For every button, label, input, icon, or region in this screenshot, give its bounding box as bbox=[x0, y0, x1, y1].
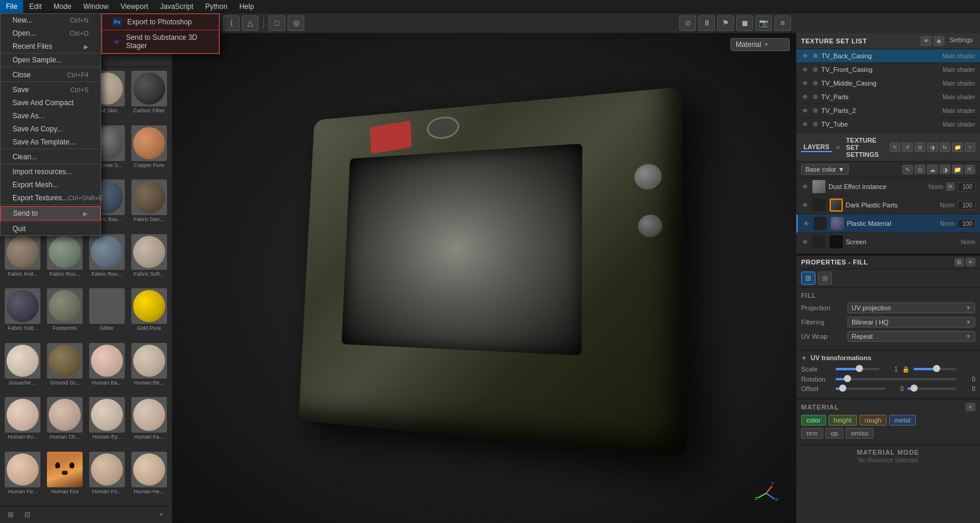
menu-save-as-copy[interactable]: Save As Copy... bbox=[1, 122, 100, 136]
menu-edit[interactable]: Edit bbox=[23, 0, 48, 13]
asset-human-fo2[interactable]: Human Fo... bbox=[87, 450, 128, 504]
menu-quit[interactable]: Quit bbox=[1, 222, 100, 235]
projection-dropdown[interactable]: UV projection ▼ bbox=[847, 303, 975, 313]
menu-window[interactable]: Window bbox=[77, 0, 115, 13]
ch-icon-6[interactable]: ⇱ bbox=[965, 165, 975, 174]
viewport[interactable]: Material ▼ X bbox=[172, 33, 796, 523]
ch-icon-1[interactable]: ✎ bbox=[902, 165, 913, 174]
ts-visibility-icon[interactable]: 👁 bbox=[801, 52, 809, 60]
texture-set-settings-tab[interactable]: TEXTURE SET SETTINGS bbox=[844, 136, 886, 159]
ts-visibility-icon[interactable]: 👁 bbox=[801, 65, 809, 74]
layer-visibility-icon[interactable]: 👁 bbox=[801, 182, 809, 191]
mat-metal-btn[interactable]: metal bbox=[889, 415, 916, 426]
scale-slider-2[interactable] bbox=[913, 368, 957, 370]
material-dropdown[interactable]: Material ▼ bbox=[730, 38, 790, 51]
layer-pencil-icon[interactable]: ✎ bbox=[890, 143, 900, 152]
asset-carbon-fiber[interactable]: Carbon Fiber bbox=[128, 70, 169, 123]
layer-opacity-box[interactable]: 100 bbox=[957, 201, 975, 210]
menu-close[interactable]: Close Ctrl+F4 bbox=[1, 68, 100, 82]
bottom-icon-1[interactable]: ⊞ bbox=[5, 509, 17, 521]
prop-expand-icon[interactable]: ⊞ bbox=[954, 258, 964, 266]
mat-nrm-btn[interactable]: nrm bbox=[801, 428, 823, 439]
ch-icon-5[interactable]: 📁 bbox=[952, 165, 963, 174]
layer-opacity-box[interactable]: 100 bbox=[957, 219, 975, 228]
layers-close-btn[interactable]: ✕ bbox=[836, 143, 840, 152]
toolbar-camera-btn[interactable]: 📷 bbox=[755, 15, 772, 31]
layer-plastic-material[interactable]: 👁 Plastic Material Norm 100 bbox=[796, 215, 980, 233]
menu-file[interactable]: File bbox=[0, 0, 23, 13]
menu-recent-files[interactable]: Recent Files ▶ bbox=[1, 40, 100, 53]
layers-tab[interactable]: LAYERS bbox=[801, 143, 832, 152]
offset-slider-2[interactable] bbox=[907, 387, 957, 390]
menu-clean[interactable]: Clean... bbox=[1, 150, 100, 164]
bottom-icon-2[interactable]: ⊟ bbox=[21, 509, 33, 521]
mat-color-btn[interactable]: color bbox=[801, 415, 826, 426]
layer-visibility-icon[interactable]: 👁 bbox=[801, 238, 809, 246]
ts-visibility-icon[interactable]: 👁 bbox=[801, 106, 809, 115]
texture-set-parts[interactable]: 👁 TV_Parts Main shader bbox=[796, 90, 980, 104]
texture-set-middle-casing[interactable]: 👁 TV_Middle_Casing Main shader bbox=[796, 77, 980, 90]
asset-human-ba[interactable]: Human Ba... bbox=[87, 342, 128, 395]
asset-copper-pure[interactable]: Copper Pure bbox=[128, 124, 169, 178]
menu-viewport[interactable]: Viewport bbox=[115, 0, 154, 13]
asset-fabric-den[interactable]: Fabric Den... bbox=[128, 178, 169, 232]
offset-slider-1[interactable] bbox=[836, 387, 886, 390]
scale-slider-thumb-2[interactable] bbox=[933, 365, 940, 372]
uv-collapse-icon[interactable]: ▼ bbox=[801, 355, 808, 361]
ch-icon-3[interactable]: ☁ bbox=[927, 165, 938, 174]
menu-save-as[interactable]: Save As... bbox=[1, 109, 100, 122]
menu-mode[interactable]: Mode bbox=[48, 0, 77, 13]
menu-open-sample[interactable]: Open Sample... bbox=[1, 53, 100, 67]
asset-human-he[interactable]: Human He... bbox=[128, 450, 169, 504]
rotation-slider-thumb[interactable] bbox=[844, 375, 851, 382]
lock-icon[interactable]: 🔒 bbox=[902, 365, 910, 373]
layer-add-icon[interactable]: + bbox=[965, 143, 975, 152]
ts-visibility-icon[interactable]: 👁 bbox=[801, 79, 809, 87]
channel-dropdown[interactable]: Base color ▼ bbox=[801, 164, 849, 175]
layer-refresh-icon[interactable]: ↺ bbox=[902, 143, 913, 152]
uvwrap-dropdown[interactable]: Repeat ▼ bbox=[847, 331, 975, 342]
filtering-dropdown[interactable]: Bilinear | HQ ▼ bbox=[847, 317, 975, 327]
mat-emiss-btn[interactable]: emiss bbox=[846, 428, 874, 439]
asset-human-fox[interactable]: Human Fox bbox=[45, 450, 86, 504]
layer-dust-effect[interactable]: 👁 Dust Effect instance Norm ⧉ 100 bbox=[796, 178, 980, 196]
asset-human-be[interactable]: Human Be... bbox=[128, 342, 169, 395]
prop-view-texture-tab[interactable]: ⊞ bbox=[801, 272, 815, 285]
scale-slider-1[interactable] bbox=[836, 368, 880, 370]
layer-opacity-box[interactable]: 100 bbox=[957, 182, 975, 191]
ts-visibility-icon[interactable]: 👁 bbox=[801, 120, 809, 128]
menu-send-to[interactable]: Send to ▶ bbox=[1, 206, 100, 220]
offset-slider-thumb-2[interactable] bbox=[910, 385, 918, 392]
layer-fx-icon[interactable]: fx bbox=[940, 143, 950, 152]
asset-footprints[interactable]: Footprints bbox=[45, 287, 86, 341]
export-to-photoshop[interactable]: Ps Export to Photoshop bbox=[102, 14, 219, 30]
prop-close-icon[interactable]: ✕ bbox=[966, 258, 975, 266]
layer-visibility-icon[interactable]: 👁 bbox=[802, 219, 811, 228]
texture-set-parts-2[interactable]: 👁 TV_Parts_2 Main shader bbox=[796, 104, 980, 118]
toolbar-no-light-btn[interactable]: ⊘ bbox=[679, 15, 696, 31]
layer-visibility-icon[interactable]: 👁 bbox=[801, 201, 809, 209]
asset-glitter[interactable]: Glitter bbox=[87, 287, 128, 341]
asset-fabric-knit[interactable]: Fabric Knit... bbox=[2, 233, 43, 286]
bottom-icon-add[interactable]: + bbox=[155, 509, 167, 521]
asset-fabric-suit[interactable]: Fabric Suit... bbox=[2, 287, 43, 341]
layer-screen[interactable]: 👁 Screen Norm bbox=[796, 233, 980, 251]
menu-import-resources[interactable]: Import resources... bbox=[1, 165, 100, 178]
ts-eye2-icon[interactable]: ◉ bbox=[934, 36, 944, 46]
asset-human-fa[interactable]: Human Fa... bbox=[128, 396, 169, 449]
asset-ground-gr[interactable]: Ground Gr... bbox=[45, 342, 86, 395]
asset-human-fe[interactable]: Human Fe... bbox=[2, 450, 43, 504]
texture-set-front-casing[interactable]: 👁 TV_Front_Casing Main shader bbox=[796, 63, 980, 77]
layer-mask-icon[interactable]: ◑ bbox=[927, 143, 938, 152]
menu-save-compact[interactable]: Save And Compact bbox=[1, 96, 100, 109]
ch-icon-2[interactable]: ⊙ bbox=[915, 165, 925, 174]
scale-slider-thumb[interactable] bbox=[856, 365, 863, 372]
settings-label[interactable]: Settings bbox=[947, 36, 975, 46]
asset-gold-pure[interactable]: Gold Pure bbox=[128, 287, 169, 341]
ch-icon-4[interactable]: ◑ bbox=[940, 165, 950, 174]
toolbar-pause-btn[interactable]: ⏸ bbox=[698, 15, 715, 31]
ts-visibility-icon[interactable]: 👁 bbox=[801, 93, 809, 101]
layer-folder-icon[interactable]: 📁 bbox=[952, 143, 963, 152]
offset-slider-thumb-1[interactable] bbox=[839, 385, 846, 392]
mat-op-btn[interactable]: op bbox=[825, 428, 843, 439]
